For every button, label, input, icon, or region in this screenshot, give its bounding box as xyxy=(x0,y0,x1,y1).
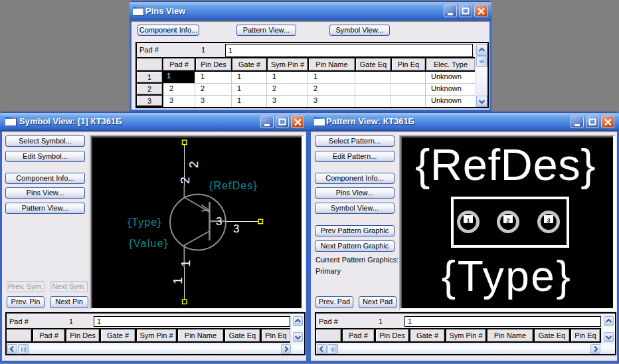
svg-text:3: 3 xyxy=(547,217,550,224)
svg-text:1: 1 xyxy=(466,217,470,224)
svg-text:3: 3 xyxy=(233,223,239,235)
svg-text:3: 3 xyxy=(216,215,222,228)
svg-text:1: 1 xyxy=(179,260,193,267)
svg-text:1: 1 xyxy=(171,277,185,284)
svg-text:{RefDes}: {RefDes} xyxy=(209,180,258,191)
svg-text:2: 2 xyxy=(178,177,192,184)
svg-text:{Value}: {Value} xyxy=(129,238,169,249)
svg-text:{Type}: {Type} xyxy=(442,252,573,300)
svg-text:2: 2 xyxy=(187,161,201,168)
svg-text:{Type}: {Type} xyxy=(128,217,161,228)
svg-text:2: 2 xyxy=(506,217,509,224)
svg-text:{RefDes}: {RefDes} xyxy=(415,139,596,189)
